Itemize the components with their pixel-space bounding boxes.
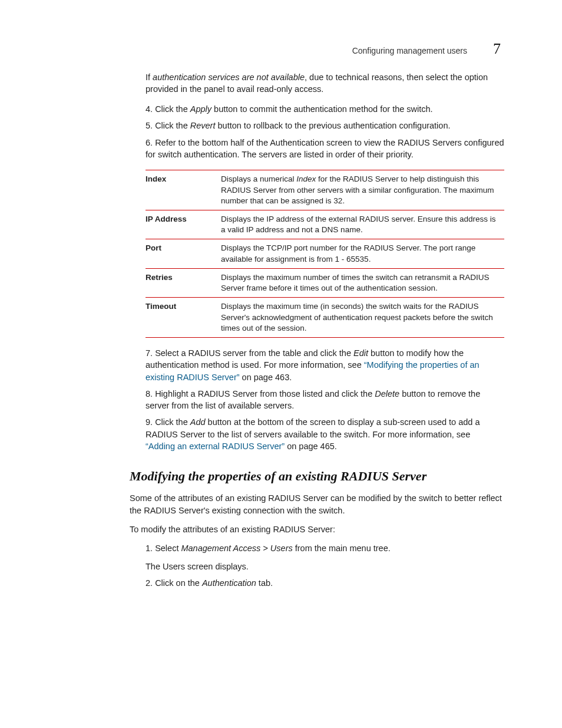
table-row: Port Displays the TCP/IP port number for… [146, 239, 504, 268]
steps-list-a: Click the Apply button to commit the aut… [130, 103, 504, 160]
steps-list-b: Select a RADIUS server from the table an… [130, 347, 504, 452]
chapter-number: 7 [493, 40, 501, 58]
text: Select a RADIUS server from the table an… [155, 348, 353, 358]
paragraph: To modify the attributes of an existing … [130, 523, 504, 535]
page-content: If authentication services are not avail… [130, 72, 504, 589]
steps-list-c: Select Management Access > Users from th… [130, 542, 504, 589]
text: tab. [256, 578, 273, 588]
table-row: Retries Displays the maximum number of t… [146, 268, 504, 297]
text: button to rollback to the previous authe… [215, 121, 450, 130]
table-row: Timeout Displays the maximum time (in se… [146, 298, 504, 338]
text: Refer to the bottom half of the Authenti… [146, 138, 504, 159]
section-heading: Modifying the properties of an existing … [130, 469, 504, 484]
description: Displays the maximum time (in seconds) t… [221, 298, 504, 338]
text: If [146, 73, 153, 82]
text: Click the [155, 121, 190, 130]
text: Click the [155, 104, 190, 114]
text: Select [155, 543, 181, 553]
text-italic: Revert [190, 121, 216, 130]
text: on page 465. [285, 442, 337, 451]
term: Retries [146, 268, 221, 297]
term: Index [146, 170, 221, 210]
step-7: Select a RADIUS server from the table an… [130, 347, 504, 383]
description: Displays a numerical Index for the RADIU… [221, 170, 504, 210]
text: Highlight a RADIUS Server from those lis… [155, 389, 375, 398]
table-row: IP Address Displays the IP address of th… [146, 210, 504, 239]
description: Displays the maximum number of times the… [221, 268, 504, 297]
step-1: Select Management Access > Users from th… [130, 542, 504, 572]
step-2: Click on the Authentication tab. [130, 577, 504, 589]
text-italic: Add [190, 417, 206, 427]
step-8: Highlight a RADIUS Server from those lis… [130, 388, 504, 412]
text: Click the [155, 417, 190, 427]
text-italic: Authentication [202, 578, 256, 588]
text-italic: authentication services are not availabl… [153, 73, 305, 82]
text: Click on the [155, 578, 202, 588]
text: on page 463. [240, 373, 292, 382]
cross-ref-link[interactable]: “Adding an external RADIUS Server” [146, 442, 285, 451]
text-italic: Management Access > Users [181, 543, 292, 553]
text: button to commit the authentication meth… [211, 104, 433, 114]
table-row: Index Displays a numerical Index for the… [146, 170, 504, 210]
step-4: Click the Apply button to commit the aut… [130, 103, 504, 115]
paragraph: Some of the attributes of an existing RA… [130, 492, 504, 516]
section-title: Configuring management users [352, 46, 467, 55]
step-9: Click the Add button at the bottom of th… [130, 416, 504, 452]
text-italic: Edit [353, 348, 368, 358]
step-5: Click the Revert button to rollback to t… [130, 120, 504, 131]
text-italic: Index [296, 174, 316, 183]
radius-attributes-table: Index Displays a numerical Index for the… [146, 170, 504, 338]
text-italic: Delete [375, 389, 399, 398]
term: Timeout [146, 298, 221, 338]
running-header: Configuring management users 7 [352, 40, 501, 58]
text-italic: Apply [190, 104, 211, 114]
description: Displays the IP address of the external … [221, 210, 504, 239]
term: Port [146, 239, 221, 268]
step-6: Refer to the bottom half of the Authenti… [130, 137, 504, 161]
intro-paragraph: If authentication services are not avail… [146, 72, 504, 95]
text: Displays a numerical [221, 174, 296, 183]
term: IP Address [146, 210, 221, 239]
text: from the main menu tree. [293, 543, 391, 553]
step-result: The Users screen displays. [146, 561, 504, 572]
description: Displays the TCP/IP port number for the … [221, 239, 504, 268]
